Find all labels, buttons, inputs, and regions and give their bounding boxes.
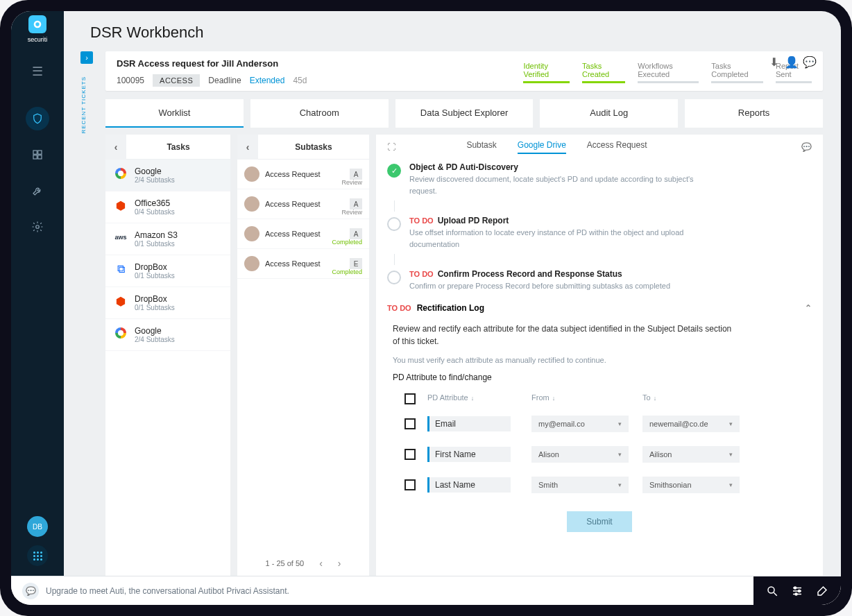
subtasks-back-button[interactable]: ‹: [237, 135, 258, 160]
dropbox-icon: ⧉: [114, 262, 128, 276]
task-item[interactable]: ⧉ DropBox 0/1 Subtasks: [105, 255, 230, 287]
detail-comment-icon[interactable]: 💬: [801, 142, 812, 152]
task-item[interactable]: ⬢ DropBox 0/1 Subtasks: [105, 287, 230, 319]
download-icon[interactable]: ⬇: [767, 55, 780, 68]
task-subtitle: 0/1 Subtasks: [135, 272, 175, 280]
tab-chatroom[interactable]: Chatroom: [250, 99, 389, 128]
task-subtitle: 2/4 Subtasks: [135, 336, 175, 343]
detail-tab-access[interactable]: Access Request: [587, 140, 647, 154]
svg-rect-4: [33, 155, 37, 159]
from-select[interactable]: Smith▾: [531, 477, 629, 493]
stage-bar: [523, 81, 570, 83]
to-select[interactable]: Ailison▾: [642, 446, 740, 463]
stage: Workflows Executed: [638, 62, 699, 83]
left-sidebar: securiti ☰ DB: [11, 11, 64, 576]
rectification-section-toggle[interactable]: TO DO Rectification Log ⌃: [387, 296, 812, 320]
task-item[interactable]: Google 2/4 Subtasks: [105, 319, 230, 351]
brand-icon: [28, 15, 46, 33]
select-all-checkbox[interactable]: [404, 393, 416, 404]
attribute-name: Email: [427, 416, 511, 431]
workflow-step: TO DOConfirm Process Record and Response…: [387, 265, 812, 296]
svg-point-6: [36, 225, 40, 229]
nav-dashboard-icon[interactable]: [26, 143, 49, 166]
task-name: Google: [135, 166, 175, 176]
from-select[interactable]: Alison▾: [531, 446, 629, 463]
sort-icon[interactable]: ↓: [654, 395, 657, 402]
sliders-icon[interactable]: [791, 585, 803, 597]
row-checkbox[interactable]: [404, 479, 416, 490]
tab-worklist[interactable]: Worklist: [105, 99, 244, 128]
task-name: DropBox: [135, 294, 175, 304]
tasks-panel: ‹ Tasks Google 2/4 Subtasks⬢ Office365 0…: [105, 135, 230, 576]
page-prev-icon[interactable]: ‹: [319, 558, 323, 569]
expand-icon[interactable]: ⛶: [387, 142, 395, 152]
assign-icon[interactable]: 👤: [785, 55, 798, 68]
subtask-item[interactable]: Access Request A Review: [237, 160, 369, 189]
detail-panel: ⛶ Subtask Google Drive Access Request 💬 …: [376, 135, 823, 576]
avatar: [244, 196, 259, 212]
col-pd-attribute[interactable]: PD Attribute: [427, 393, 468, 402]
stage-label: Workflows Executed: [638, 62, 699, 78]
recent-tickets-label: RECENT TICKETS: [80, 76, 87, 134]
extended-link[interactable]: Extended: [250, 76, 285, 85]
stage-bar: [711, 81, 763, 83]
row-checkbox[interactable]: [404, 418, 416, 429]
search-icon[interactable]: [766, 585, 778, 597]
to-select[interactable]: Smithsonian▾: [642, 477, 740, 493]
sort-icon[interactable]: ↓: [471, 395, 475, 402]
detail-tab-subtask[interactable]: Subtask: [466, 140, 496, 154]
apps-icon[interactable]: [27, 545, 48, 566]
comment-icon[interactable]: 💬: [803, 55, 816, 68]
stage-label: Tasks Completed: [711, 62, 763, 78]
submit-button[interactable]: Submit: [567, 511, 631, 532]
recent-tickets-toggle[interactable]: › RECENT TICKETS: [80, 51, 93, 134]
rectification-title: Rectification Log: [417, 303, 484, 313]
menu-toggle-icon[interactable]: ☰: [32, 64, 43, 79]
chevron-up-icon: ⌃: [805, 303, 812, 313]
user-avatar[interactable]: DB: [27, 516, 48, 537]
task-item[interactable]: aws Amazon S3 0/1 Subtasks: [105, 223, 230, 255]
subtask-item[interactable]: Access Request E Completed: [237, 249, 369, 279]
task-name: Office365: [135, 198, 175, 208]
nav-wrench-icon[interactable]: [26, 179, 49, 203]
subtask-item[interactable]: Access Request A Review: [237, 189, 369, 219]
tab-data-subject-explorer[interactable]: Data Subject Explorer: [395, 99, 534, 128]
chevron-right-icon[interactable]: ›: [80, 51, 93, 64]
svg-rect-3: [38, 151, 42, 154]
task-item[interactable]: ⬢ Office365 0/4 Subtasks: [105, 191, 230, 223]
tab-audit-log[interactable]: Audit Log: [540, 99, 678, 128]
row-checkbox[interactable]: [404, 449, 416, 460]
step-desc: Review discovered document, locate subje…: [409, 173, 701, 196]
task-name: Amazon S3: [135, 230, 178, 240]
to-select[interactable]: newemail@co.de▾: [642, 416, 740, 432]
brand-name: securiti: [28, 36, 48, 43]
main-content: DSR Workbench › RECENT TICKETS ⬇ 👤 💬 DSR…: [64, 11, 841, 576]
task-item[interactable]: Google 2/4 Subtasks: [105, 160, 230, 191]
step-title: TO DOUpload PD Report: [409, 216, 812, 225]
col-to[interactable]: To: [642, 393, 651, 402]
subtask-status: Review: [341, 209, 362, 216]
page-next-icon[interactable]: ›: [338, 558, 341, 569]
svg-point-13: [799, 590, 801, 592]
sort-icon[interactable]: ↓: [552, 395, 556, 402]
col-from[interactable]: From: [531, 393, 549, 402]
office-icon: ⬢: [114, 198, 128, 212]
from-select[interactable]: my@email.co▾: [531, 416, 629, 432]
ticket-header-card: ⬇ 👤 💬 DSR Access request for Jill Anders…: [105, 51, 823, 91]
brand: securiti: [28, 15, 48, 43]
avatar: [244, 256, 259, 271]
chat-icon[interactable]: 💬: [22, 583, 39, 599]
workflow-step: ✓ Object & PD Auti-Discovery Review disc…: [387, 158, 812, 200]
subtask-item[interactable]: Access Request A Completed: [237, 219, 369, 249]
aws-icon: aws: [114, 230, 128, 244]
step-desc: Confirm or prepare Process Record before…: [409, 280, 701, 292]
nav-gear-icon[interactable]: [26, 215, 49, 239]
tasks-back-button[interactable]: ‹: [105, 135, 126, 160]
nav-shield-icon[interactable]: [26, 107, 49, 130]
tools-icon[interactable]: [816, 585, 828, 597]
attribute-name: Last Name: [427, 477, 511, 493]
tab-reports[interactable]: Reports: [685, 99, 823, 128]
detail-tab-gdrive[interactable]: Google Drive: [518, 140, 566, 154]
footer-bar: 💬 Upgrade to meet Auti, the conversation…: [11, 576, 841, 605]
google-icon: [114, 326, 128, 340]
